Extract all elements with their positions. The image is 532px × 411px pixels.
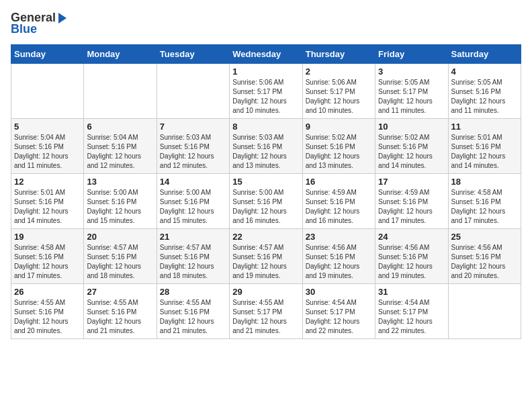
column-header-friday: Friday — [375, 45, 448, 64]
day-number: 26 — [14, 287, 81, 297]
day-info: Sunrise: 5:03 AM Sunset: 5:16 PM Dayligh… — [232, 133, 299, 171]
calendar-cell — [157, 64, 229, 119]
calendar-cell: 5Sunrise: 5:04 AM Sunset: 5:16 PM Daylig… — [11, 119, 84, 174]
calendar-week-row: 12Sunrise: 5:01 AM Sunset: 5:16 PM Dayli… — [11, 174, 521, 229]
day-info: Sunrise: 4:54 AM Sunset: 5:17 PM Dayligh… — [378, 298, 445, 336]
calendar-cell: 20Sunrise: 4:57 AM Sunset: 5:16 PM Dayli… — [84, 229, 157, 284]
calendar-cell: 21Sunrise: 4:57 AM Sunset: 5:16 PM Dayli… — [157, 229, 229, 284]
calendar-cell: 7Sunrise: 5:03 AM Sunset: 5:16 PM Daylig… — [157, 119, 229, 174]
logo-arrow-icon — [58, 13, 66, 24]
page-header: General Blue — [11, 11, 521, 36]
calendar-cell: 6Sunrise: 5:04 AM Sunset: 5:16 PM Daylig… — [84, 119, 157, 174]
day-info: Sunrise: 4:56 AM Sunset: 5:16 PM Dayligh… — [451, 243, 518, 281]
day-info: Sunrise: 5:05 AM Sunset: 5:16 PM Dayligh… — [451, 78, 518, 116]
day-info: Sunrise: 5:04 AM Sunset: 5:16 PM Dayligh… — [14, 133, 81, 171]
day-number: 17 — [378, 177, 445, 187]
day-number: 14 — [160, 177, 226, 187]
calendar-cell: 26Sunrise: 4:55 AM Sunset: 5:16 PM Dayli… — [11, 284, 84, 339]
day-info: Sunrise: 4:56 AM Sunset: 5:16 PM Dayligh… — [378, 243, 445, 281]
column-header-wednesday: Wednesday — [230, 45, 302, 64]
column-header-saturday: Saturday — [448, 45, 521, 64]
day-info: Sunrise: 4:58 AM Sunset: 5:16 PM Dayligh… — [14, 243, 81, 281]
day-info: Sunrise: 4:56 AM Sunset: 5:16 PM Dayligh… — [306, 243, 372, 281]
day-info: Sunrise: 4:57 AM Sunset: 5:16 PM Dayligh… — [160, 243, 226, 281]
day-number: 12 — [14, 177, 81, 187]
calendar-cell: 3Sunrise: 5:05 AM Sunset: 5:17 PM Daylig… — [375, 64, 448, 119]
day-number: 24 — [378, 232, 445, 242]
calendar-cell: 17Sunrise: 4:59 AM Sunset: 5:16 PM Dayli… — [375, 174, 448, 229]
calendar-cell: 14Sunrise: 5:00 AM Sunset: 5:16 PM Dayli… — [157, 174, 229, 229]
day-number: 31 — [378, 287, 445, 297]
day-info: Sunrise: 5:06 AM Sunset: 5:17 PM Dayligh… — [232, 78, 299, 116]
calendar-cell: 27Sunrise: 4:55 AM Sunset: 5:16 PM Dayli… — [84, 284, 157, 339]
calendar-cell — [84, 64, 157, 119]
column-header-monday: Monday — [84, 45, 157, 64]
calendar-cell: 18Sunrise: 4:58 AM Sunset: 5:16 PM Dayli… — [448, 174, 521, 229]
calendar-cell — [11, 64, 84, 119]
day-info: Sunrise: 4:55 AM Sunset: 5:17 PM Dayligh… — [232, 298, 299, 336]
calendar-cell: 16Sunrise: 4:59 AM Sunset: 5:16 PM Dayli… — [302, 174, 375, 229]
day-info: Sunrise: 4:55 AM Sunset: 5:16 PM Dayligh… — [87, 298, 153, 336]
day-number: 19 — [14, 232, 81, 242]
logo-blue-text: Blue — [11, 22, 37, 36]
day-info: Sunrise: 4:59 AM Sunset: 5:16 PM Dayligh… — [378, 188, 445, 226]
column-header-sunday: Sunday — [11, 45, 84, 64]
day-number: 22 — [232, 232, 299, 242]
day-number: 13 — [87, 177, 153, 187]
day-info: Sunrise: 4:55 AM Sunset: 5:16 PM Dayligh… — [14, 298, 81, 336]
day-info: Sunrise: 5:02 AM Sunset: 5:16 PM Dayligh… — [378, 133, 445, 171]
calendar-cell: 31Sunrise: 4:54 AM Sunset: 5:17 PM Dayli… — [375, 284, 448, 339]
day-info: Sunrise: 5:02 AM Sunset: 5:16 PM Dayligh… — [306, 133, 372, 171]
calendar-cell: 11Sunrise: 5:01 AM Sunset: 5:16 PM Dayli… — [448, 119, 521, 174]
day-number: 5 — [14, 122, 81, 132]
day-number: 21 — [160, 232, 226, 242]
day-info: Sunrise: 5:01 AM Sunset: 5:16 PM Dayligh… — [14, 188, 81, 226]
calendar-cell: 12Sunrise: 5:01 AM Sunset: 5:16 PM Dayli… — [11, 174, 84, 229]
day-number: 23 — [306, 232, 372, 242]
day-number: 11 — [451, 122, 518, 132]
day-number: 16 — [306, 177, 372, 187]
calendar-cell: 15Sunrise: 5:00 AM Sunset: 5:16 PM Dayli… — [230, 174, 302, 229]
day-number: 30 — [306, 287, 372, 297]
day-info: Sunrise: 5:05 AM Sunset: 5:17 PM Dayligh… — [378, 78, 445, 116]
day-info: Sunrise: 5:01 AM Sunset: 5:16 PM Dayligh… — [451, 133, 518, 171]
calendar-week-row: 26Sunrise: 4:55 AM Sunset: 5:16 PM Dayli… — [11, 284, 521, 339]
calendar-cell: 10Sunrise: 5:02 AM Sunset: 5:16 PM Dayli… — [375, 119, 448, 174]
day-number: 2 — [306, 66, 372, 77]
day-number: 18 — [451, 177, 518, 187]
day-number: 7 — [160, 122, 226, 132]
day-number: 6 — [87, 122, 153, 132]
column-header-tuesday: Tuesday — [157, 45, 229, 64]
calendar-cell: 9Sunrise: 5:02 AM Sunset: 5:16 PM Daylig… — [302, 119, 375, 174]
day-info: Sunrise: 5:06 AM Sunset: 5:17 PM Dayligh… — [306, 78, 372, 116]
calendar-week-row: 19Sunrise: 4:58 AM Sunset: 5:16 PM Dayli… — [11, 229, 521, 284]
calendar-cell: 4Sunrise: 5:05 AM Sunset: 5:16 PM Daylig… — [448, 64, 521, 119]
day-number: 27 — [87, 287, 153, 297]
calendar-cell: 2Sunrise: 5:06 AM Sunset: 5:17 PM Daylig… — [302, 64, 375, 119]
day-info: Sunrise: 5:00 AM Sunset: 5:16 PM Dayligh… — [160, 188, 226, 226]
day-info: Sunrise: 5:04 AM Sunset: 5:16 PM Dayligh… — [87, 133, 153, 171]
calendar-cell: 25Sunrise: 4:56 AM Sunset: 5:16 PM Dayli… — [448, 229, 521, 284]
day-info: Sunrise: 4:57 AM Sunset: 5:16 PM Dayligh… — [232, 243, 299, 281]
day-number: 9 — [306, 122, 372, 132]
day-number: 29 — [232, 287, 299, 297]
day-info: Sunrise: 5:03 AM Sunset: 5:16 PM Dayligh… — [160, 133, 226, 171]
calendar-cell: 24Sunrise: 4:56 AM Sunset: 5:16 PM Dayli… — [375, 229, 448, 284]
day-info: Sunrise: 4:57 AM Sunset: 5:16 PM Dayligh… — [87, 243, 153, 281]
day-number: 25 — [451, 232, 518, 242]
calendar-week-row: 5Sunrise: 5:04 AM Sunset: 5:16 PM Daylig… — [11, 119, 521, 174]
calendar-cell: 1Sunrise: 5:06 AM Sunset: 5:17 PM Daylig… — [230, 64, 302, 119]
day-info: Sunrise: 5:00 AM Sunset: 5:16 PM Dayligh… — [232, 188, 299, 226]
day-number: 10 — [378, 122, 445, 132]
calendar-week-row: 1Sunrise: 5:06 AM Sunset: 5:17 PM Daylig… — [11, 64, 521, 119]
day-number: 20 — [87, 232, 153, 242]
day-info: Sunrise: 4:54 AM Sunset: 5:17 PM Dayligh… — [306, 298, 372, 336]
day-info: Sunrise: 4:59 AM Sunset: 5:16 PM Dayligh… — [306, 188, 372, 226]
logo: General Blue — [11, 11, 66, 36]
calendar-cell: 19Sunrise: 4:58 AM Sunset: 5:16 PM Dayli… — [11, 229, 84, 284]
day-info: Sunrise: 4:55 AM Sunset: 5:16 PM Dayligh… — [160, 298, 226, 336]
calendar-table: SundayMondayTuesdayWednesdayThursdayFrid… — [11, 44, 521, 339]
calendar-cell: 8Sunrise: 5:03 AM Sunset: 5:16 PM Daylig… — [230, 119, 302, 174]
column-header-thursday: Thursday — [302, 45, 375, 64]
calendar-cell: 28Sunrise: 4:55 AM Sunset: 5:16 PM Dayli… — [157, 284, 229, 339]
